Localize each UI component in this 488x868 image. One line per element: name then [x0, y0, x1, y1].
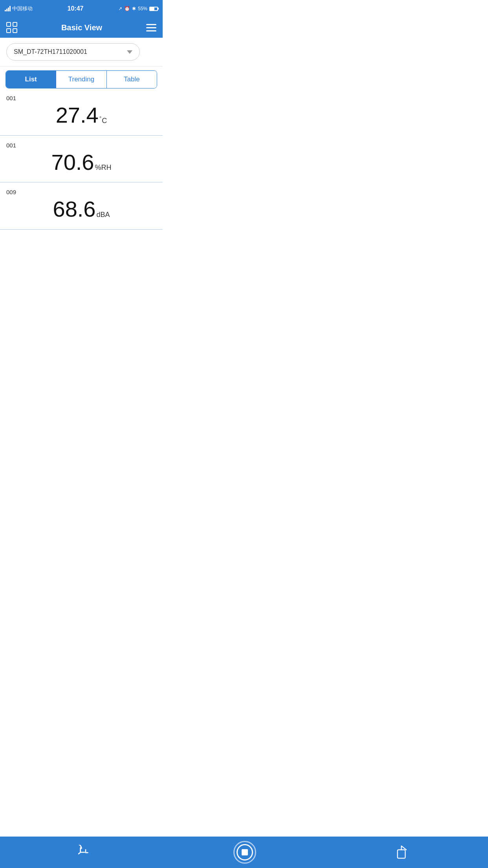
- channel-label-2: 001: [6, 142, 156, 149]
- device-name: SM_DT-72TH1711020001: [14, 48, 87, 55]
- humidity-value-container: 70.6 %RH: [6, 150, 156, 175]
- sound-value-container: 68.6 dBA: [6, 197, 156, 221]
- tab-list[interactable]: List: [6, 71, 56, 88]
- device-dropdown[interactable]: SM_DT-72TH1711020001: [6, 43, 140, 61]
- status-left: 中国移动: [5, 5, 33, 12]
- battery-icon: [149, 7, 158, 11]
- channel-label-3: 009: [6, 189, 156, 195]
- status-time: 10:47: [68, 5, 84, 12]
- tab-table[interactable]: Table: [107, 71, 157, 88]
- carrier-label: 中国移动: [12, 5, 33, 12]
- view-tabs: List Trending Table: [6, 70, 157, 88]
- data-row-humidity: 001 70.6 %RH: [0, 136, 163, 183]
- grid-icon[interactable]: [6, 22, 17, 33]
- data-row-sound: 009 68.6 dBA: [0, 182, 163, 230]
- status-right: ↗ ⏰ ✱ 55%: [118, 6, 158, 11]
- channel-label-1: 001: [6, 95, 156, 101]
- chevron-down-icon: [127, 50, 132, 54]
- device-selector-container: SM_DT-72TH1711020001: [0, 38, 163, 66]
- tabs-container: List Trending Table: [0, 66, 163, 88]
- signal-icon: [5, 6, 11, 11]
- humidity-unit: %RH: [95, 164, 111, 174]
- sound-unit: dBA: [96, 211, 110, 221]
- location-icon: ↗: [118, 6, 122, 11]
- menu-icon[interactable]: [146, 24, 156, 31]
- tab-trending[interactable]: Trending: [56, 71, 106, 88]
- temperature-unit: °C: [99, 115, 107, 127]
- status-bar: 中国移动 10:47 ↗ ⏰ ✱ 55%: [0, 0, 163, 17]
- temperature-value-container: 27.4 °C: [6, 103, 156, 127]
- alarm-icon: ⏰: [124, 6, 130, 11]
- battery-percent: 55%: [138, 6, 147, 11]
- nav-bar: Basic View: [0, 17, 163, 38]
- humidity-value: 70.6: [51, 150, 94, 175]
- data-list: 001 27.4 °C 001 70.6 %RH 009 68.6 dBA: [0, 88, 163, 230]
- bluetooth-icon: ✱: [132, 6, 136, 11]
- page-title: Basic View: [61, 23, 102, 32]
- sound-value: 68.6: [53, 197, 95, 221]
- data-row-temperature: 001 27.4 °C: [0, 88, 163, 136]
- temperature-value: 27.4: [56, 103, 99, 127]
